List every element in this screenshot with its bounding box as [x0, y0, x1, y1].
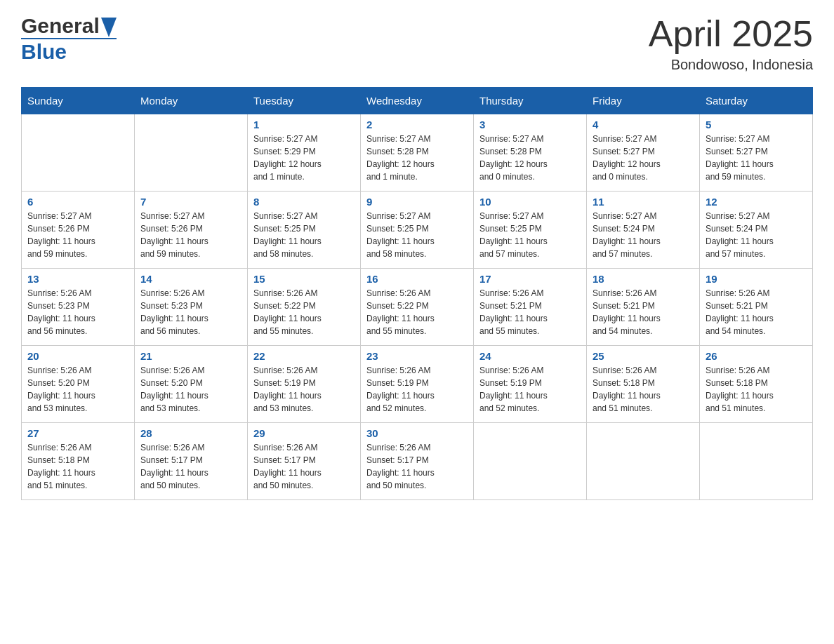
day-number: 6: [27, 196, 128, 208]
day-number: 8: [253, 196, 355, 208]
day-info: Sunrise: 5:27 AM Sunset: 5:25 PM Dayligh…: [479, 210, 581, 260]
day-cell: 17Sunrise: 5:26 AM Sunset: 5:21 PM Dayli…: [474, 269, 587, 346]
page-header: General Blue April 2025 Bondowoso, Indon…: [21, 14, 813, 73]
column-header-friday: Friday: [587, 88, 700, 114]
day-info: Sunrise: 5:27 AM Sunset: 5:28 PM Dayligh…: [366, 133, 468, 183]
day-info: Sunrise: 5:26 AM Sunset: 5:21 PM Dayligh…: [706, 287, 807, 337]
logo: General Blue: [21, 14, 117, 64]
day-cell: 7Sunrise: 5:27 AM Sunset: 5:26 PM Daylig…: [135, 192, 248, 269]
day-number: 21: [140, 350, 241, 362]
logo-arrow-icon: [101, 18, 117, 37]
day-number: 4: [593, 119, 694, 130]
day-cell: 2Sunrise: 5:27 AM Sunset: 5:28 PM Daylig…: [361, 114, 474, 192]
day-info: Sunrise: 5:26 AM Sunset: 5:20 PM Dayligh…: [27, 364, 128, 415]
day-cell: 25Sunrise: 5:26 AM Sunset: 5:18 PM Dayli…: [587, 346, 700, 423]
day-info: Sunrise: 5:27 AM Sunset: 5:29 PM Dayligh…: [253, 133, 355, 183]
column-header-wednesday: Wednesday: [361, 88, 474, 114]
day-info: Sunrise: 5:26 AM Sunset: 5:21 PM Dayligh…: [593, 287, 694, 337]
day-number: 5: [706, 119, 807, 130]
day-info: Sunrise: 5:26 AM Sunset: 5:22 PM Dayligh…: [366, 287, 468, 337]
calendar-header: SundayMondayTuesdayWednesdayThursdayFrid…: [22, 88, 813, 114]
day-info: Sunrise: 5:27 AM Sunset: 5:27 PM Dayligh…: [706, 133, 807, 183]
column-header-monday: Monday: [135, 88, 248, 114]
day-info: Sunrise: 5:26 AM Sunset: 5:20 PM Dayligh…: [140, 364, 241, 415]
day-info: Sunrise: 5:26 AM Sunset: 5:18 PM Dayligh…: [593, 364, 694, 415]
day-cell: [22, 114, 135, 192]
month-year-title: April 2025: [649, 14, 813, 54]
day-cell: 15Sunrise: 5:26 AM Sunset: 5:22 PM Dayli…: [248, 269, 361, 346]
day-number: 14: [140, 273, 241, 285]
day-cell: 24Sunrise: 5:26 AM Sunset: 5:19 PM Dayli…: [474, 346, 587, 423]
day-info: Sunrise: 5:26 AM Sunset: 5:17 PM Dayligh…: [366, 441, 468, 492]
day-info: Sunrise: 5:26 AM Sunset: 5:22 PM Dayligh…: [253, 287, 355, 337]
day-cell: 28Sunrise: 5:26 AM Sunset: 5:17 PM Dayli…: [135, 423, 248, 500]
day-cell: 8Sunrise: 5:27 AM Sunset: 5:25 PM Daylig…: [248, 192, 361, 269]
day-number: 30: [366, 427, 468, 439]
day-cell: 22Sunrise: 5:26 AM Sunset: 5:19 PM Dayli…: [248, 346, 361, 423]
day-number: 19: [706, 273, 807, 285]
day-number: 15: [253, 273, 355, 285]
day-number: 20: [27, 350, 128, 362]
day-cell: 30Sunrise: 5:26 AM Sunset: 5:17 PM Dayli…: [361, 423, 474, 500]
day-info: Sunrise: 5:27 AM Sunset: 5:24 PM Dayligh…: [593, 210, 694, 260]
day-number: 10: [479, 196, 581, 208]
day-cell: 4Sunrise: 5:27 AM Sunset: 5:27 PM Daylig…: [587, 114, 700, 192]
day-info: Sunrise: 5:26 AM Sunset: 5:18 PM Dayligh…: [706, 364, 807, 415]
day-number: 17: [479, 273, 581, 285]
svg-marker-0: [101, 18, 117, 37]
day-number: 27: [27, 427, 128, 439]
day-cell: 12Sunrise: 5:27 AM Sunset: 5:24 PM Dayli…: [700, 192, 813, 269]
day-cell: [700, 423, 813, 500]
day-info: Sunrise: 5:27 AM Sunset: 5:25 PM Dayligh…: [366, 210, 468, 260]
day-info: Sunrise: 5:27 AM Sunset: 5:26 PM Dayligh…: [140, 210, 241, 260]
day-number: 9: [366, 196, 468, 208]
day-number: 22: [253, 350, 355, 362]
calendar-body: 1Sunrise: 5:27 AM Sunset: 5:29 PM Daylig…: [22, 114, 813, 500]
day-cell: 18Sunrise: 5:26 AM Sunset: 5:21 PM Dayli…: [587, 269, 700, 346]
day-cell: 6Sunrise: 5:27 AM Sunset: 5:26 PM Daylig…: [22, 192, 135, 269]
day-cell: 16Sunrise: 5:26 AM Sunset: 5:22 PM Dayli…: [361, 269, 474, 346]
day-number: 7: [140, 196, 241, 208]
day-cell: 11Sunrise: 5:27 AM Sunset: 5:24 PM Dayli…: [587, 192, 700, 269]
day-number: 12: [706, 196, 807, 208]
day-cell: 9Sunrise: 5:27 AM Sunset: 5:25 PM Daylig…: [361, 192, 474, 269]
day-cell: 27Sunrise: 5:26 AM Sunset: 5:18 PM Dayli…: [22, 423, 135, 500]
day-number: 1: [253, 119, 355, 130]
day-cell: 19Sunrise: 5:26 AM Sunset: 5:21 PM Dayli…: [700, 269, 813, 346]
day-cell: [587, 423, 700, 500]
week-row-4: 20Sunrise: 5:26 AM Sunset: 5:20 PM Dayli…: [22, 346, 813, 423]
day-cell: 23Sunrise: 5:26 AM Sunset: 5:19 PM Dayli…: [361, 346, 474, 423]
day-number: 25: [593, 350, 694, 362]
day-cell: 20Sunrise: 5:26 AM Sunset: 5:20 PM Dayli…: [22, 346, 135, 423]
day-number: 24: [479, 350, 581, 362]
day-cell: 26Sunrise: 5:26 AM Sunset: 5:18 PM Dayli…: [700, 346, 813, 423]
day-info: Sunrise: 5:27 AM Sunset: 5:25 PM Dayligh…: [253, 210, 355, 260]
day-cell: 5Sunrise: 5:27 AM Sunset: 5:27 PM Daylig…: [700, 114, 813, 192]
day-info: Sunrise: 5:27 AM Sunset: 5:28 PM Dayligh…: [479, 133, 581, 183]
week-row-2: 6Sunrise: 5:27 AM Sunset: 5:26 PM Daylig…: [22, 192, 813, 269]
logo-general: General: [21, 14, 100, 38]
week-row-5: 27Sunrise: 5:26 AM Sunset: 5:18 PM Dayli…: [22, 423, 813, 500]
day-number: 28: [140, 427, 241, 439]
day-info: Sunrise: 5:26 AM Sunset: 5:19 PM Dayligh…: [366, 364, 468, 415]
day-cell: 13Sunrise: 5:26 AM Sunset: 5:23 PM Dayli…: [22, 269, 135, 346]
week-row-3: 13Sunrise: 5:26 AM Sunset: 5:23 PM Dayli…: [22, 269, 813, 346]
day-info: Sunrise: 5:26 AM Sunset: 5:21 PM Dayligh…: [479, 287, 581, 337]
day-info: Sunrise: 5:26 AM Sunset: 5:19 PM Dayligh…: [253, 364, 355, 415]
week-row-1: 1Sunrise: 5:27 AM Sunset: 5:29 PM Daylig…: [22, 114, 813, 192]
day-cell: 29Sunrise: 5:26 AM Sunset: 5:17 PM Dayli…: [248, 423, 361, 500]
day-cell: 1Sunrise: 5:27 AM Sunset: 5:29 PM Daylig…: [248, 114, 361, 192]
day-info: Sunrise: 5:27 AM Sunset: 5:26 PM Dayligh…: [27, 210, 128, 260]
day-info: Sunrise: 5:26 AM Sunset: 5:23 PM Dayligh…: [27, 287, 128, 337]
day-cell: [135, 114, 248, 192]
day-cell: 3Sunrise: 5:27 AM Sunset: 5:28 PM Daylig…: [474, 114, 587, 192]
logo-blue: Blue: [21, 38, 117, 64]
day-info: Sunrise: 5:26 AM Sunset: 5:23 PM Dayligh…: [140, 287, 241, 337]
day-info: Sunrise: 5:26 AM Sunset: 5:19 PM Dayligh…: [479, 364, 581, 415]
column-header-tuesday: Tuesday: [248, 88, 361, 114]
day-number: 3: [479, 119, 581, 130]
title-block: April 2025 Bondowoso, Indonesia: [649, 14, 813, 73]
day-info: Sunrise: 5:26 AM Sunset: 5:17 PM Dayligh…: [253, 441, 355, 492]
day-number: 13: [27, 273, 128, 285]
day-number: 11: [593, 196, 694, 208]
